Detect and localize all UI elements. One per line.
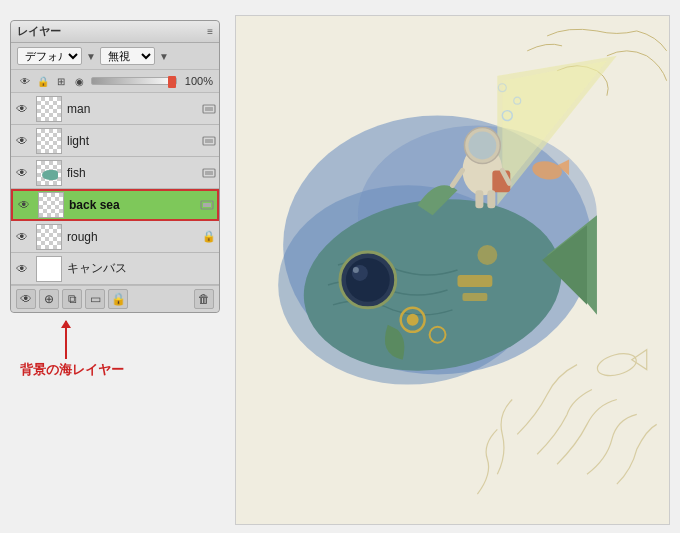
layer-row-man[interactable]: 👁 man [11,93,219,125]
canvas-area [235,15,670,525]
svg-rect-29 [475,190,483,208]
opacity-row: 👁 🔒 ⊞ ◉ 100% [11,70,219,93]
lock-small-icon[interactable]: 🔒 [35,73,51,89]
tool-icons: 👁 🔒 ⊞ ◉ [17,73,87,89]
svg-rect-7 [203,203,211,207]
layer-icon-backsea [197,200,217,210]
layer-name-light: light [65,134,199,148]
svg-rect-3 [205,139,213,143]
bottom-copy-icon[interactable]: ⧉ [62,289,82,309]
eye-rough[interactable]: 👁 [11,230,33,244]
layers-panel: レイヤー ≡ デフォルト ▼ 無視 ▼ 👁 🔒 ⊞ ◉ 100% [10,20,220,313]
svg-point-17 [352,265,368,281]
bottom-rect-icon[interactable]: ▭ [85,289,105,309]
thumb-rough [36,224,62,250]
eye-man[interactable]: 👁 [11,102,33,116]
panel-menu-icon[interactable]: ≡ [207,26,213,37]
svg-point-20 [407,314,419,326]
layer-icon-man [199,104,219,114]
layer-name-backsea: back sea [67,198,197,212]
eye-icon[interactable]: 👁 [17,73,33,89]
svg-point-18 [353,267,359,273]
expand-icon[interactable]: ⊞ [53,73,69,89]
layer-name-canvas: キャンバス [65,260,199,277]
svg-rect-22 [457,275,492,287]
panel-controls: デフォルト ▼ 無視 ▼ [11,43,219,70]
eye-backsea[interactable]: 👁 [13,198,35,212]
panel-bottom: 👁 ⊕ ⧉ ▭ 🔒 🗑 [11,285,219,312]
svg-point-16 [346,258,390,302]
thumb-canvas [36,256,62,282]
layer-row-backsea[interactable]: 👁 back sea [11,189,219,221]
thumb-backsea [38,192,64,218]
layer-icon-light [199,136,219,146]
layer-name-fish: fish [65,166,199,180]
layer-name-man: man [65,102,199,116]
svg-point-27 [468,132,496,160]
svg-point-8 [595,350,639,380]
layer-icon-fish [199,168,219,178]
annotation-text: 背景の海レイヤー [20,361,220,379]
blend-mode-select[interactable]: 無視 [100,47,155,65]
artwork-svg [236,16,669,524]
bottom-eye-icon[interactable]: 👁 [16,289,36,309]
layer-row-canvas[interactable]: 👁 キャンバス [11,253,219,285]
eye-fish[interactable]: 👁 [11,166,33,180]
svg-rect-30 [487,190,495,208]
layer-name-rough: rough [65,230,199,244]
opacity-value: 100% [181,75,213,87]
svg-rect-1 [205,107,213,111]
panel-title-bar: レイヤー ≡ [11,21,219,43]
svg-rect-5 [205,171,213,175]
annotation-wrapper: 背景の海レイヤー [10,321,220,379]
layer-icon-rough-lock: 🔒 [199,230,219,243]
layer-row-fish[interactable]: 👁 fish [11,157,219,189]
opacity-thumb [168,76,176,88]
left-section: レイヤー ≡ デフォルト ▼ 無視 ▼ 👁 🔒 ⊞ ◉ 100% [10,15,220,379]
eye-light[interactable]: 👁 [11,134,33,148]
layer-row-light[interactable]: 👁 light [11,125,219,157]
layer-row-rough[interactable]: 👁 rough 🔒 [11,221,219,253]
thumb-fish [36,160,62,186]
panel-title: レイヤー [17,24,61,39]
preset-select[interactable]: デフォルト [17,47,82,65]
arrow-line [65,321,67,359]
layers-list: 👁 man 👁 light 👁 fish [11,93,219,285]
blend-arrow-icon: ▼ [159,51,169,62]
arrow-icon: ▼ [86,51,96,62]
bottom-group-icon[interactable]: ⊕ [39,289,59,309]
svg-rect-23 [462,293,487,301]
svg-point-24 [477,245,497,265]
opacity-slider[interactable] [91,77,177,85]
thumb-man [36,96,62,122]
thumb-light [36,128,62,154]
color-icon[interactable]: ◉ [71,73,87,89]
eye-canvas[interactable]: 👁 [11,262,33,276]
bottom-lock-icon[interactable]: 🔒 [108,289,128,309]
bottom-trash-icon[interactable]: 🗑 [194,289,214,309]
